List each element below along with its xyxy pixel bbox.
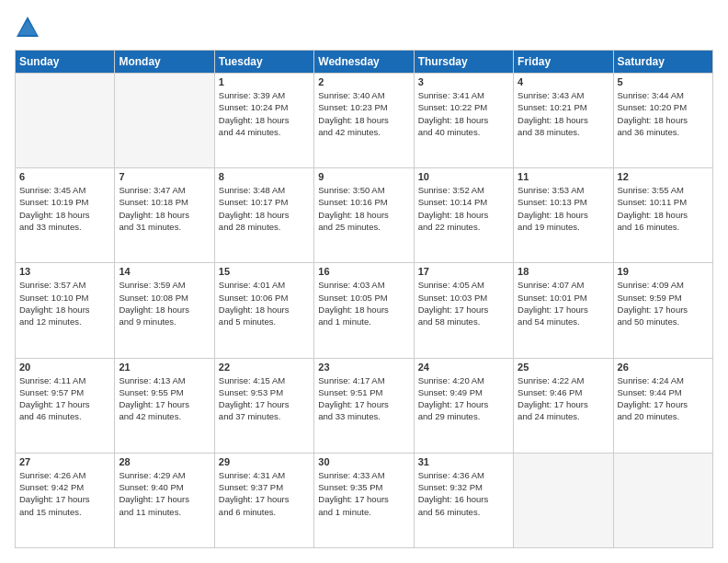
day-number: 9 <box>318 171 409 182</box>
day-info: Sunrise: 3:47 AM Sunset: 10:18 PM Daylig… <box>119 184 210 233</box>
weekday-header-saturday: Saturday <box>613 51 712 74</box>
day-info: Sunrise: 3:55 AM Sunset: 10:11 PM Daylig… <box>618 184 709 233</box>
day-info: Sunrise: 3:41 AM Sunset: 10:22 PM Daylig… <box>418 89 509 138</box>
calendar-cell: 14Sunrise: 3:59 AM Sunset: 10:08 PM Dayl… <box>115 263 214 358</box>
day-info: Sunrise: 4:22 AM Sunset: 9:46 PM Dayligh… <box>518 374 609 423</box>
day-info: Sunrise: 4:13 AM Sunset: 9:55 PM Dayligh… <box>119 374 210 423</box>
day-number: 11 <box>518 171 609 182</box>
day-number: 7 <box>119 171 210 182</box>
page: SundayMondayTuesdayWednesdayThursdayFrid… <box>0 0 728 563</box>
weekday-header-friday: Friday <box>514 51 613 74</box>
calendar-cell: 19Sunrise: 4:09 AM Sunset: 9:59 PM Dayli… <box>613 263 712 358</box>
week-row-4: 20Sunrise: 4:11 AM Sunset: 9:57 PM Dayli… <box>16 358 713 453</box>
day-number: 30 <box>318 456 409 467</box>
day-info: Sunrise: 3:43 AM Sunset: 10:21 PM Daylig… <box>518 89 609 138</box>
day-number: 15 <box>219 266 310 277</box>
week-row-3: 13Sunrise: 3:57 AM Sunset: 10:10 PM Dayl… <box>16 263 713 358</box>
calendar-cell: 11Sunrise: 3:53 AM Sunset: 10:13 PM Dayl… <box>514 168 613 263</box>
week-row-5: 27Sunrise: 4:26 AM Sunset: 9:42 PM Dayli… <box>16 453 713 547</box>
week-row-1: 1Sunrise: 3:39 AM Sunset: 10:24 PM Dayli… <box>16 74 713 168</box>
day-info: Sunrise: 4:24 AM Sunset: 9:44 PM Dayligh… <box>618 374 709 423</box>
calendar-cell: 7Sunrise: 3:47 AM Sunset: 10:18 PM Dayli… <box>115 168 214 263</box>
calendar-cell: 26Sunrise: 4:24 AM Sunset: 9:44 PM Dayli… <box>613 358 712 453</box>
day-number: 5 <box>618 76 709 87</box>
svg-marker-1 <box>18 20 37 35</box>
day-number: 23 <box>318 362 409 373</box>
calendar-cell: 13Sunrise: 3:57 AM Sunset: 10:10 PM Dayl… <box>16 263 115 358</box>
calendar: SundayMondayTuesdayWednesdayThursdayFrid… <box>15 50 713 548</box>
calendar-cell: 30Sunrise: 4:33 AM Sunset: 9:35 PM Dayli… <box>314 453 414 547</box>
weekday-header-thursday: Thursday <box>414 51 513 74</box>
day-info: Sunrise: 4:11 AM Sunset: 9:57 PM Dayligh… <box>19 374 110 423</box>
day-number: 14 <box>119 266 210 277</box>
day-number: 19 <box>618 266 709 277</box>
calendar-cell: 15Sunrise: 4:01 AM Sunset: 10:06 PM Dayl… <box>214 263 313 358</box>
day-info: Sunrise: 4:29 AM Sunset: 9:40 PM Dayligh… <box>119 469 210 518</box>
calendar-cell: 10Sunrise: 3:52 AM Sunset: 10:14 PM Dayl… <box>414 168 513 263</box>
calendar-cell <box>115 74 214 168</box>
day-info: Sunrise: 3:45 AM Sunset: 10:19 PM Daylig… <box>19 184 110 233</box>
day-info: Sunrise: 3:52 AM Sunset: 10:14 PM Daylig… <box>418 184 509 233</box>
day-number: 18 <box>518 266 609 277</box>
day-number: 6 <box>19 171 110 182</box>
day-number: 8 <box>219 171 310 182</box>
calendar-cell: 24Sunrise: 4:20 AM Sunset: 9:49 PM Dayli… <box>414 358 513 453</box>
day-info: Sunrise: 4:09 AM Sunset: 9:59 PM Dayligh… <box>618 279 709 327</box>
calendar-cell: 18Sunrise: 4:07 AM Sunset: 10:01 PM Dayl… <box>514 263 613 358</box>
calendar-cell: 22Sunrise: 4:15 AM Sunset: 9:53 PM Dayli… <box>214 358 313 453</box>
day-info: Sunrise: 4:15 AM Sunset: 9:53 PM Dayligh… <box>219 374 310 423</box>
calendar-cell: 28Sunrise: 4:29 AM Sunset: 9:40 PM Dayli… <box>115 453 214 547</box>
calendar-cell: 8Sunrise: 3:48 AM Sunset: 10:17 PM Dayli… <box>214 168 313 263</box>
calendar-cell: 16Sunrise: 4:03 AM Sunset: 10:05 PM Dayl… <box>314 263 414 358</box>
weekday-header-wednesday: Wednesday <box>314 51 414 74</box>
header <box>15 15 713 40</box>
calendar-cell: 2Sunrise: 3:40 AM Sunset: 10:23 PM Dayli… <box>314 74 414 168</box>
day-number: 16 <box>318 266 409 277</box>
calendar-cell: 21Sunrise: 4:13 AM Sunset: 9:55 PM Dayli… <box>115 358 214 453</box>
day-number: 10 <box>418 171 509 182</box>
day-info: Sunrise: 4:33 AM Sunset: 9:35 PM Dayligh… <box>318 469 409 518</box>
day-info: Sunrise: 4:26 AM Sunset: 9:42 PM Dayligh… <box>19 469 110 518</box>
day-info: Sunrise: 3:39 AM Sunset: 10:24 PM Daylig… <box>219 89 310 138</box>
day-info: Sunrise: 3:44 AM Sunset: 10:20 PM Daylig… <box>618 89 709 138</box>
calendar-cell: 29Sunrise: 4:31 AM Sunset: 9:37 PM Dayli… <box>214 453 313 547</box>
day-number: 20 <box>19 362 110 373</box>
day-number: 26 <box>618 362 709 373</box>
weekday-header-row: SundayMondayTuesdayWednesdayThursdayFrid… <box>16 51 713 74</box>
calendar-cell: 4Sunrise: 3:43 AM Sunset: 10:21 PM Dayli… <box>514 74 613 168</box>
day-number: 13 <box>19 266 110 277</box>
calendar-cell: 25Sunrise: 4:22 AM Sunset: 9:46 PM Dayli… <box>514 358 613 453</box>
day-number: 25 <box>518 362 609 373</box>
day-info: Sunrise: 4:07 AM Sunset: 10:01 PM Daylig… <box>518 279 609 327</box>
day-info: Sunrise: 4:03 AM Sunset: 10:05 PM Daylig… <box>318 279 409 327</box>
day-info: Sunrise: 4:31 AM Sunset: 9:37 PM Dayligh… <box>219 469 310 518</box>
day-number: 17 <box>418 266 509 277</box>
day-info: Sunrise: 4:05 AM Sunset: 10:03 PM Daylig… <box>418 279 509 327</box>
day-number: 2 <box>318 76 409 87</box>
day-number: 24 <box>418 362 509 373</box>
weekday-header-monday: Monday <box>115 51 214 74</box>
calendar-cell: 27Sunrise: 4:26 AM Sunset: 9:42 PM Dayli… <box>16 453 115 547</box>
day-info: Sunrise: 3:59 AM Sunset: 10:08 PM Daylig… <box>119 279 210 327</box>
day-info: Sunrise: 4:36 AM Sunset: 9:32 PM Dayligh… <box>418 469 509 518</box>
calendar-cell: 9Sunrise: 3:50 AM Sunset: 10:16 PM Dayli… <box>314 168 414 263</box>
day-number: 21 <box>119 362 210 373</box>
calendar-cell <box>16 74 115 168</box>
logo <box>15 15 44 40</box>
calendar-cell: 20Sunrise: 4:11 AM Sunset: 9:57 PM Dayli… <box>16 358 115 453</box>
day-number: 31 <box>418 456 509 467</box>
day-info: Sunrise: 4:20 AM Sunset: 9:49 PM Dayligh… <box>418 374 509 423</box>
calendar-cell: 31Sunrise: 4:36 AM Sunset: 9:32 PM Dayli… <box>414 453 513 547</box>
calendar-cell: 5Sunrise: 3:44 AM Sunset: 10:20 PM Dayli… <box>613 74 712 168</box>
week-row-2: 6Sunrise: 3:45 AM Sunset: 10:19 PM Dayli… <box>16 168 713 263</box>
day-number: 22 <box>219 362 310 373</box>
day-info: Sunrise: 3:57 AM Sunset: 10:10 PM Daylig… <box>19 279 110 327</box>
day-number: 4 <box>518 76 609 87</box>
calendar-cell: 3Sunrise: 3:41 AM Sunset: 10:22 PM Dayli… <box>414 74 513 168</box>
calendar-cell <box>514 453 613 547</box>
calendar-cell: 17Sunrise: 4:05 AM Sunset: 10:03 PM Dayl… <box>414 263 513 358</box>
weekday-header-sunday: Sunday <box>16 51 115 74</box>
day-number: 27 <box>19 456 110 467</box>
day-number: 29 <box>219 456 310 467</box>
day-number: 12 <box>618 171 709 182</box>
